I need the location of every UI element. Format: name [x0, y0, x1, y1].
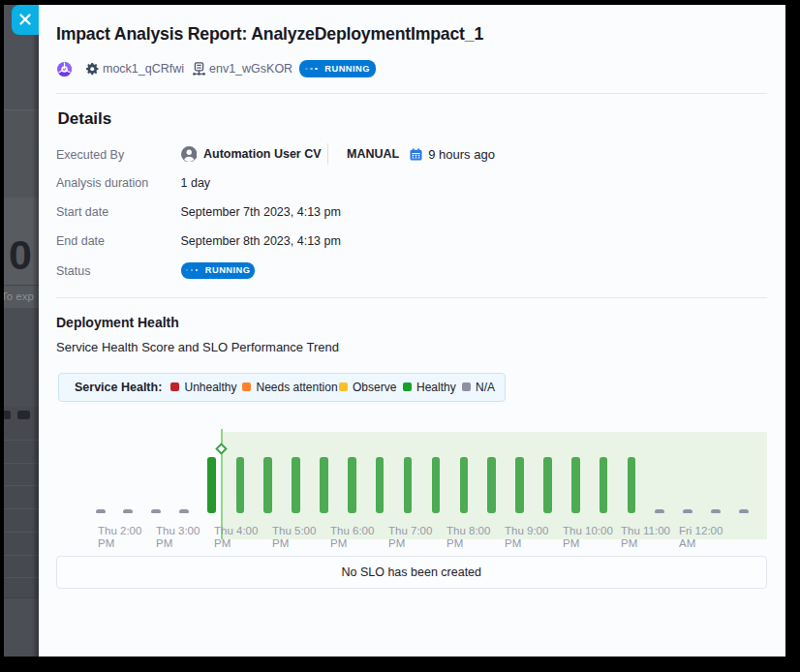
running-dots-icon — [305, 68, 320, 71]
executed-by-value: Automation User CV MANUAL 9 hours ago — [181, 140, 495, 168]
dimmed-background-page: 0 To exp — [4, 5, 39, 657]
legend-title: Service Health: — [75, 381, 162, 394]
environment-label[interactable]: env1_wGsKOR — [209, 62, 292, 76]
legend-swatch — [339, 382, 348, 391]
bg-dash — [17, 411, 30, 419]
close-icon — [19, 14, 31, 25]
end-date-label: End date — [56, 234, 105, 248]
vertical-divider — [327, 143, 328, 165]
status-label: Status — [56, 264, 90, 278]
legend-swatch — [242, 382, 251, 391]
legend-item: Needs attention — [242, 374, 338, 402]
bg-dash — [4, 411, 11, 419]
legend-item: Observe — [339, 374, 397, 402]
srm-module-icon — [57, 62, 72, 76]
bg-metric-number: 0 — [9, 231, 31, 279]
page-title: Impact Analysis Report: AnalyzeDeploymen… — [56, 24, 483, 45]
legend-item: Healthy — [403, 374, 456, 402]
start-date-label: Start date — [56, 205, 108, 219]
time-ago: 9 hours ago — [428, 147, 495, 162]
start-date-value: September 7th 2023, 4:13 pm — [181, 205, 341, 219]
calendar-icon — [410, 148, 422, 161]
end-date-value: September 8th 2023, 4:13 pm — [181, 234, 341, 248]
service-gear-icon — [86, 63, 99, 76]
executed-user-name: Automation User CV — [203, 147, 322, 161]
running-dots-icon — [186, 269, 200, 272]
executed-by-label: Executed By — [56, 148, 124, 162]
close-button[interactable] — [12, 5, 40, 35]
legend-item: Unhealthy — [170, 374, 237, 402]
analysis-duration-value: 1 day — [181, 176, 211, 190]
no-slo-banner: No SLO has been created — [56, 556, 767, 589]
legend-name: Healthy — [416, 381, 456, 394]
legend-swatch — [170, 382, 179, 391]
service-health-legend: Service Health: UnhealthyNeeds attention… — [58, 373, 506, 403]
user-avatar-icon — [181, 146, 198, 163]
legend-name: N/A — [476, 381, 495, 394]
legend-name: Unhealthy — [185, 381, 237, 394]
monitored-service-label[interactable]: mock1_qCRfwi — [103, 62, 184, 76]
details-heading: Details — [58, 109, 112, 129]
bg-partial-text: To exp — [4, 290, 34, 302]
header-meta-row: mock1_qCRfwi env1_wGsKOR — [0, 60, 800, 77]
legend-name: Needs attention — [257, 381, 338, 394]
deployment-health-heading: Deployment Health — [56, 315, 179, 330]
status-badge: RUNNING — [299, 60, 376, 77]
drawer-shadow — [32, 5, 39, 657]
no-slo-message: No SLO has been created — [341, 565, 481, 579]
deployment-health-subtitle: Service Health Score and SLO Performance… — [56, 340, 339, 354]
legend-item: N/A — [462, 374, 496, 402]
divider — [56, 297, 767, 298]
legend-name: Observe — [353, 381, 396, 394]
divider — [56, 93, 767, 94]
legend-swatch — [462, 382, 471, 391]
legend-swatch — [403, 382, 412, 391]
status-value-badge: RUNNING — [181, 262, 255, 279]
analysis-duration-label: Analysis duration — [56, 176, 148, 190]
environment-icon — [193, 62, 205, 76]
trigger-type: MANUAL — [347, 147, 399, 161]
